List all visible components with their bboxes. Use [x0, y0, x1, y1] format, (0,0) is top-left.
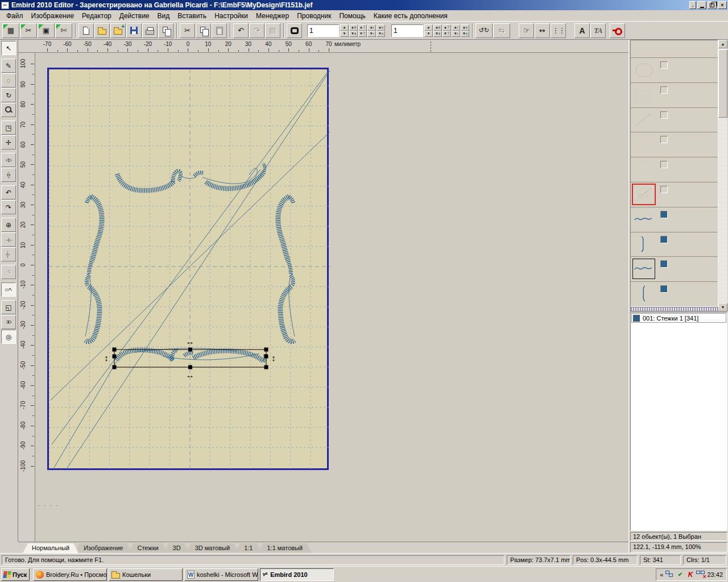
spin-up-button[interactable]: ▲± [349, 24, 358, 31]
thumbnail-row[interactable] [631, 58, 718, 83]
thumbnail-row[interactable] [631, 182, 718, 207]
color-swatch[interactable] [660, 86, 668, 94]
tray-chevron[interactable]: « [660, 571, 663, 578]
save-button[interactable] [126, 23, 142, 38]
parameter1-input[interactable] [307, 24, 339, 37]
thumbnail-image[interactable] [633, 284, 655, 304]
thumbnail-image[interactable] [633, 210, 655, 229]
thumbnail-row[interactable] [631, 108, 718, 133]
density-button[interactable]: ⋮⋮ [551, 23, 566, 38]
password-button[interactable] [610, 23, 625, 38]
spin-up-button[interactable]: ▲ [340, 24, 349, 31]
taskbar-task-word[interactable]: Wkoshelki - Microsoft Word [184, 568, 258, 581]
parameter2-input[interactable] [391, 24, 423, 37]
rotate-right-tool[interactable]: ↷ [1, 200, 16, 214]
rotate-tool[interactable]: ↻ [1, 88, 16, 102]
editor-button[interactable]: ✂ [20, 23, 37, 38]
thumbnail-image[interactable] [633, 185, 655, 204]
color-swatch[interactable] [660, 285, 668, 293]
restore-button[interactable] [708, 1, 717, 9]
stretch-vertical-handle[interactable]: ↕ [104, 354, 109, 362]
menu-item[interactable]: Вставить [173, 11, 210, 21]
color-swatch[interactable] [660, 186, 668, 193]
rotate-left-tool[interactable]: ↶ [1, 185, 16, 199]
thumbnail-row[interactable] [631, 132, 718, 157]
menu-item[interactable]: Помощь [335, 11, 369, 21]
preview-button[interactable]: ▤ [265, 23, 280, 38]
rotate-angle-button[interactable]: ↺↻ [475, 23, 493, 38]
sfumato-button[interactable]: ✄ [55, 23, 72, 38]
view-tab[interactable]: 1:1 матовый [258, 543, 312, 553]
color-swatch[interactable] [660, 236, 668, 243]
zoom-tool[interactable] [1, 103, 16, 117]
image-button[interactable]: ▣ [38, 23, 55, 38]
minimize-button[interactable] [697, 1, 706, 9]
cut-button[interactable]: ✂ [180, 23, 195, 38]
color-swatch[interactable] [660, 136, 668, 143]
paste-button[interactable] [212, 23, 227, 38]
menu-item[interactable]: Настройки [210, 11, 252, 21]
menu-item[interactable]: Менеджер [252, 11, 293, 21]
menu-item[interactable]: Какие есть дополнения [370, 11, 452, 21]
center-tool[interactable]: ⊕ [1, 218, 16, 232]
thumbnail-image[interactable] [633, 160, 655, 179]
separate-button[interactable]: ⇆ [493, 23, 510, 38]
spin-down-button[interactable]: ▼± [349, 31, 358, 37]
thumbnail-row[interactable] [631, 157, 718, 182]
new-button[interactable] [78, 23, 94, 38]
lasso-tool[interactable]: ◌ [1, 73, 16, 88]
thumbnail-row[interactable] [631, 40, 718, 58]
menu-item[interactable]: Вид [154, 11, 174, 21]
stitch-length-button[interactable]: ↭ [535, 23, 550, 38]
menu-item[interactable]: Файл [2, 11, 27, 21]
adjust-button[interactable]: ☞ [519, 23, 534, 38]
redo-button[interactable]: ↷ [249, 23, 264, 38]
stretch-horizontal-handle[interactable]: ↔ [186, 337, 195, 346]
thumbnail-image[interactable] [633, 60, 655, 80]
view-tab[interactable]: 3D матовый [186, 543, 239, 553]
thumbnail-image[interactable] [633, 135, 655, 154]
color-swatch[interactable] [660, 161, 668, 168]
menu-item[interactable]: Проводник [293, 11, 335, 21]
thumbnail-row[interactable] [631, 282, 718, 307]
design-canvas[interactable]: · · · · [35, 53, 628, 542]
view-tab[interactable]: Нормальный [23, 543, 78, 553]
taskbar-task-folder[interactable]: Кошельки [109, 568, 183, 581]
tray-kaspersky-icon[interactable]: K [686, 571, 694, 579]
spin-down-button[interactable]: ▼ı [367, 31, 376, 37]
spin-up-button[interactable]: ▲x [377, 24, 385, 31]
undo-button[interactable]: ↶ [233, 23, 249, 38]
stretch-horizontal-handle[interactable]: ↔ [186, 371, 195, 379]
object-list-item[interactable]: 001: Стежки 1 [341] [631, 313, 726, 323]
center-horizontal-tool[interactable]: →|← [1, 232, 16, 247]
close-button[interactable]: × [718, 1, 727, 9]
taskbar-task-embird[interactable]: ✂Embird 2010 [260, 568, 334, 581]
spin-up-button[interactable]: ▲ı [452, 24, 460, 31]
view-3d-tool[interactable]: 3D [1, 315, 16, 329]
taskbar-task-firefox[interactable]: Broidery.Ru • Просмотр ... [33, 568, 107, 581]
color-swatch[interactable] [660, 111, 668, 119]
selection-order-tool[interactable]: ▫⇅ [1, 265, 16, 279]
edit-points-tool[interactable]: ✎ [1, 59, 16, 73]
text-button[interactable]: A [574, 23, 590, 38]
view-tab[interactable]: Стежки [128, 543, 167, 553]
view-tab[interactable]: 1:1 [235, 543, 262, 553]
spin-down-button[interactable]: ▼⊤ [442, 31, 451, 37]
spin-down-button[interactable]: ▼± [433, 31, 442, 37]
hoop-area[interactable]: ↔ ↔ ↕ ↕ [47, 68, 329, 470]
tray-network-icon[interactable] [665, 571, 674, 579]
open-button[interactable] [94, 23, 110, 38]
color-swatch[interactable] [660, 211, 668, 218]
color-swatch[interactable] [660, 61, 668, 69]
mirror-vertical-tool[interactable]: ◁▷ [1, 168, 16, 182]
thumbnail-hscrollbar[interactable] [630, 307, 718, 311]
start-button[interactable]: Пуск [1, 568, 30, 581]
thumbnail-scrollbar[interactable]: ▲ ▼ [718, 40, 727, 311]
spin-down-button[interactable]: ▼ı [452, 31, 460, 37]
thumbnail-row[interactable] [631, 257, 718, 282]
outline-view-tool[interactable]: ◱ [1, 300, 16, 314]
pointer-mode-tool[interactable]: ▭↖ [1, 282, 16, 297]
move-tool[interactable]: ✛ [1, 135, 16, 149]
tray-sync-ok-icon[interactable]: ✔ [676, 571, 684, 579]
scrollbar-thumb[interactable] [718, 49, 727, 118]
